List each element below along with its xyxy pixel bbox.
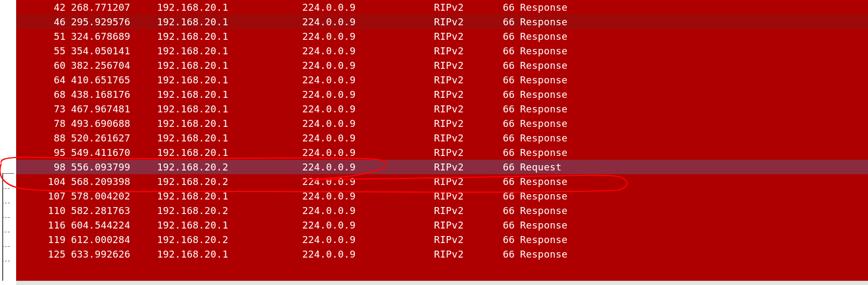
cell-no: 73 [25, 102, 71, 116]
cell-time: 604.544224 [71, 218, 157, 232]
cell-no: 60 [25, 58, 71, 73]
cell-source: 192.168.20.1 [157, 15, 302, 29]
packet-row[interactable]: 104568.209398192.168.20.2224.0.0.9RIPv26… [16, 174, 868, 189]
cell-info: Response [520, 174, 868, 189]
packet-row[interactable]: 60382.256704192.168.20.1224.0.0.9RIPv266… [16, 58, 868, 73]
packet-row[interactable]: 110582.281763192.168.20.2224.0.0.9RIPv26… [16, 203, 868, 218]
cell-time: 324.678689 [71, 29, 157, 44]
cell-destination: 224.0.0.9 [302, 116, 434, 131]
cell-destination: 224.0.0.9 [302, 0, 434, 15]
packet-row[interactable]: 42268.771207192.168.20.1224.0.0.9RIPv266… [16, 0, 868, 15]
cell-info: Response [520, 247, 868, 261]
packet-row[interactable]: 116604.544224192.168.20.1224.0.0.9RIPv26… [16, 218, 868, 232]
packet-row[interactable]: 46295.929576192.168.20.1224.0.0.9RIPv266… [16, 15, 868, 29]
cell-destination: 224.0.0.9 [302, 15, 434, 29]
cell-length: 66 [499, 102, 520, 116]
packet-row[interactable]: 107578.004202192.168.20.1224.0.0.9RIPv26… [16, 189, 868, 203]
cell-destination: 224.0.0.9 [302, 189, 434, 203]
cell-no: 107 [25, 189, 71, 203]
packet-row[interactable]: 64410.651765192.168.20.1224.0.0.9RIPv266… [16, 73, 868, 87]
cell-length: 66 [499, 29, 520, 44]
cell-info: Response [520, 102, 868, 116]
packet-row[interactable]: 68438.168176192.168.20.1224.0.0.9RIPv266… [16, 87, 868, 102]
cell-no: 95 [25, 145, 71, 160]
cell-info: Response [520, 87, 868, 102]
cell-length: 66 [499, 58, 520, 73]
cell-time: 520.261627 [71, 131, 157, 145]
cell-source: 192.168.20.2 [157, 232, 302, 247]
cell-length: 66 [499, 73, 520, 87]
cell-info: Response [520, 116, 868, 131]
cell-info: Response [520, 145, 868, 160]
packet-list[interactable]: 42268.771207192.168.20.1224.0.0.9RIPv266… [16, 0, 868, 285]
cell-info: Response [520, 0, 868, 15]
cell-info: Response [520, 189, 868, 203]
cell-info: Response [520, 131, 868, 145]
cell-length: 66 [499, 160, 520, 174]
cell-time: 556.093799 [71, 160, 157, 174]
cell-info: Request [520, 160, 868, 174]
cell-source: 192.168.20.1 [157, 73, 302, 87]
cell-destination: 224.0.0.9 [302, 232, 434, 247]
cell-protocol: RIPv2 [434, 58, 499, 73]
cell-no: 116 [25, 218, 71, 232]
cell-info: Response [520, 44, 868, 58]
cell-length: 66 [499, 0, 520, 15]
cell-protocol: RIPv2 [434, 116, 499, 131]
cell-destination: 224.0.0.9 [302, 247, 434, 261]
cell-destination: 224.0.0.9 [302, 131, 434, 145]
cell-time: 354.050141 [71, 44, 157, 58]
cell-protocol: RIPv2 [434, 232, 499, 247]
cell-protocol: RIPv2 [434, 29, 499, 44]
packet-row[interactable]: 73467.967481192.168.20.1224.0.0.9RIPv266… [16, 102, 868, 116]
packet-row[interactable]: 95549.411670192.168.20.1224.0.0.9RIPv266… [16, 145, 868, 160]
cell-length: 66 [499, 232, 520, 247]
cell-source: 192.168.20.1 [157, 189, 302, 203]
cell-time: 268.771207 [71, 0, 157, 15]
cell-length: 66 [499, 174, 520, 189]
cell-source: 192.168.20.2 [157, 203, 302, 218]
cell-no: 104 [25, 174, 71, 189]
cell-time: 612.000284 [71, 232, 157, 247]
cell-info: Response [520, 73, 868, 87]
cell-info: Response [520, 58, 868, 73]
cell-no: 46 [25, 15, 71, 29]
packet-row[interactable]: 78493.690688192.168.20.1224.0.0.9RIPv266… [16, 116, 868, 131]
cell-length: 66 [499, 145, 520, 160]
cell-no: 55 [25, 44, 71, 58]
cell-source: 192.168.20.1 [157, 116, 302, 131]
cell-time: 438.168176 [71, 87, 157, 102]
cell-protocol: RIPv2 [434, 189, 499, 203]
cell-protocol: RIPv2 [434, 44, 499, 58]
cell-destination: 224.0.0.9 [302, 58, 434, 73]
statusbar-edge [16, 281, 868, 285]
cell-destination: 224.0.0.9 [302, 160, 434, 174]
packet-row[interactable]: 88520.261627192.168.20.1224.0.0.9RIPv266… [16, 131, 868, 145]
cell-no: 51 [25, 29, 71, 44]
cell-time: 467.967481 [71, 102, 157, 116]
cell-protocol: RIPv2 [434, 247, 499, 261]
packet-row[interactable]: 125633.992626192.168.20.1224.0.0.9RIPv26… [16, 247, 868, 261]
cell-source: 192.168.20.1 [157, 145, 302, 160]
cell-source: 192.168.20.1 [157, 29, 302, 44]
packet-row[interactable]: 55354.050141192.168.20.1224.0.0.9RIPv266… [16, 44, 868, 58]
cell-source: 192.168.20.1 [157, 247, 302, 261]
packet-row[interactable]: 51324.678689192.168.20.1224.0.0.9RIPv266… [16, 29, 868, 44]
cell-no: 68 [25, 87, 71, 102]
cell-destination: 224.0.0.9 [302, 203, 434, 218]
cell-info: Response [520, 218, 868, 232]
cell-time: 295.929576 [71, 15, 157, 29]
cell-destination: 224.0.0.9 [302, 218, 434, 232]
cell-protocol: RIPv2 [434, 0, 499, 15]
cell-destination: 224.0.0.9 [302, 174, 434, 189]
cell-no: 110 [25, 203, 71, 218]
packet-row[interactable]: 98556.093799192.168.20.2224.0.0.9RIPv266… [16, 160, 868, 174]
cell-length: 66 [499, 131, 520, 145]
packet-row[interactable]: 119612.000284192.168.20.2224.0.0.9RIPv26… [16, 232, 868, 247]
cell-source: 192.168.20.2 [157, 160, 302, 174]
cell-length: 66 [499, 15, 520, 29]
cell-source: 192.168.20.1 [157, 218, 302, 232]
cell-destination: 224.0.0.9 [302, 73, 434, 87]
cell-time: 493.690688 [71, 116, 157, 131]
cell-destination: 224.0.0.9 [302, 145, 434, 160]
